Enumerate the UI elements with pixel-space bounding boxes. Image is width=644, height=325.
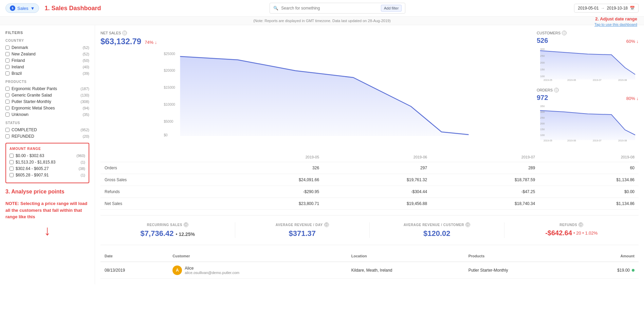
date-range-picker[interactable]: 2019-05-01 → 2019-10-18 📅 (574, 4, 639, 13)
row-gross-aug: $1,134.86 (539, 174, 639, 186)
search-area: 🔍 Add filter (106, 3, 569, 14)
trans-col-customer: Customer (168, 251, 347, 262)
chevron-down-icon: ▼ (31, 6, 35, 11)
unknown-checkbox[interactable] (5, 113, 10, 117)
date-to: 2019-10-18 (607, 6, 628, 11)
svg-text:250: 250 (540, 54, 545, 57)
orders-change: 80% ↓ (626, 96, 639, 101)
search-input[interactable] (281, 6, 378, 11)
date-separator: → (601, 6, 605, 11)
customer-email: alice.osullivan@demo.putler.com (185, 271, 239, 275)
customer-info: Alice alice.osullivan@demo.putler.com (185, 266, 239, 275)
svg-text:200: 200 (540, 61, 545, 64)
ergo-rubber-checkbox[interactable] (5, 87, 10, 91)
avg-revenue-day-value: $371.37 (241, 229, 364, 238)
avg-revenue-day-info-icon[interactable]: ⓘ (324, 222, 329, 227)
table-row-refunds: Refunds -$290.95 -$304.44 -$47.25 $0.00 (100, 186, 639, 198)
amount-range-section: AMOUNT RANGE $0.00 - $302.63 (960) $1,51… (5, 143, 89, 183)
refunded-checkbox[interactable] (5, 134, 10, 138)
filter-refunded: REFUNDED (20) (5, 134, 89, 139)
avg-revenue-customer-value: $120.02 (375, 229, 499, 238)
ergo-rubber-label: Ergonomic Rubber Pants (12, 86, 57, 91)
filter-ireland: Ireland (40) (5, 65, 89, 69)
ireland-checkbox[interactable] (5, 65, 10, 69)
avg-revenue-customer-info-icon[interactable]: ⓘ (465, 222, 470, 227)
amount-cell: $19.00 (582, 268, 634, 273)
analyse-label: 3. Analyse price points (5, 189, 89, 195)
ireland-count: (40) (82, 65, 89, 69)
search-box: 🔍 Add filter (270, 3, 405, 14)
sidebar: FILTERS COUNTRY Denmark (52) New Zealand… (0, 25, 95, 284)
svg-text:2019-08: 2019-08 (618, 79, 627, 81)
svg-text:150: 150 (540, 128, 545, 131)
range-2-checkbox[interactable] (10, 160, 14, 164)
svg-text:2019-06: 2019-06 (567, 79, 576, 81)
trans-location: Kildare, Meath, Ireland (347, 262, 464, 279)
svg-text:300: 300 (540, 110, 545, 114)
finland-checkbox[interactable] (5, 58, 10, 63)
green-status-dot (632, 269, 634, 272)
recurring-sales-info-icon[interactable]: ⓘ (184, 222, 188, 227)
putler-monthly-checkbox[interactable] (5, 100, 10, 104)
transactions-table: Date Customer Location Products Amount 0… (100, 251, 639, 279)
products-section-title: PRODUCTS (5, 80, 89, 84)
orders-svg: 350 300 250 200 150 100 2019-05 2019-06 … (537, 104, 639, 142)
add-filter-button[interactable]: Add filter (381, 5, 402, 12)
ergo-metal-checkbox[interactable] (5, 106, 10, 110)
stats-row: RECURRING SALES ⓘ $7,736.42 • 12.25% AVE… (100, 215, 639, 245)
denmark-checkbox[interactable] (5, 46, 10, 50)
customers-label: CUSTOMERS ⓘ (537, 31, 639, 35)
completed-checkbox[interactable] (5, 128, 10, 132)
refunds-value: -$642.64 (545, 229, 572, 237)
granite-salad-checkbox[interactable] (5, 93, 10, 97)
completed-count: (952) (80, 128, 89, 132)
tap-dashboard-link[interactable]: Tap to use this dashboard (594, 22, 637, 27)
svg-text:350: 350 (540, 105, 545, 108)
row-netsales-aug: $1,134.86 (539, 198, 639, 210)
refunds-info-icon[interactable]: ⓘ (578, 222, 583, 227)
col-header-jul: 2019-07 (431, 152, 539, 162)
net-sales-change: 74% ↓ (145, 40, 157, 45)
filter-ergo-metal: Ergonomic Metal Shoes (94) (5, 106, 89, 110)
note-label: NOTE: Selecting a price range will load … (5, 200, 89, 220)
date-from: 2019-05-01 (578, 6, 599, 11)
filter-range-1: $0.00 - $302.63 (960) (10, 153, 85, 158)
range-1-checkbox[interactable] (10, 154, 14, 158)
row-refunds-jun: -$304.44 (323, 186, 431, 198)
main-layout: FILTERS COUNTRY Denmark (52) New Zealand… (0, 25, 644, 284)
range-3-checkbox[interactable] (10, 167, 14, 171)
sales-dropdown-button[interactable]: $ Sales ▼ (5, 3, 39, 13)
filter-new-zealand: New Zealand (52) (5, 52, 89, 56)
customer-cell: A Alice alice.osullivan@demo.putler.com (172, 266, 343, 275)
svg-text:2019-05: 2019-05 (544, 79, 552, 81)
range-3-label: $302.64 - $605.27 (16, 166, 49, 171)
range-1-label: $0.00 - $302.63 (16, 153, 44, 158)
avg-revenue-day-title: AVERAGE REVENUE / DAY ⓘ (241, 222, 364, 227)
filter-range-2: $1,513.20 - $1,815.83 (1) (10, 160, 85, 165)
range-4-checkbox[interactable] (10, 173, 14, 177)
row-refunds-label: Refunds (100, 186, 215, 198)
new-zealand-checkbox[interactable] (5, 52, 10, 56)
subtitle: (Note: Reports are displayed in GMT time… (0, 17, 644, 25)
completed-label: COMPLETED (12, 127, 37, 132)
charts-row: NET SALES ⓘ $63,132.79 74% ↓ $25000 $200… (100, 31, 639, 146)
customers-section: CUSTOMERS ⓘ 526 60% ↓ (537, 31, 639, 82)
svg-text:2019-07: 2019-07 (593, 139, 602, 142)
customers-info-icon[interactable]: ⓘ (562, 31, 567, 35)
svg-text:100: 100 (540, 134, 545, 137)
net-sales-info-icon[interactable]: ⓘ (122, 31, 127, 35)
row-orders-aug: 60 (539, 162, 639, 174)
trans-product: Putler Starter-Monthly (464, 262, 578, 279)
trans-col-amount: Amount (578, 251, 639, 262)
stat-avg-revenue-day: AVERAGE REVENUE / DAY ⓘ $371.37 (235, 222, 370, 238)
brazil-checkbox[interactable] (5, 71, 10, 75)
range-3-count: (38) (78, 167, 85, 171)
orders-label: ORDERS ⓘ (537, 88, 639, 92)
filter-denmark: Denmark (52) (5, 45, 89, 50)
adjust-date-label: 2. Adjust date range (595, 16, 637, 21)
svg-text:$15000: $15000 (164, 86, 176, 89)
svg-text:100: 100 (540, 75, 545, 78)
orders-info-icon[interactable]: ⓘ (554, 88, 559, 92)
brazil-count: (39) (82, 71, 89, 75)
filter-granite-salad: Generic Granite Salad (130) (5, 93, 89, 98)
